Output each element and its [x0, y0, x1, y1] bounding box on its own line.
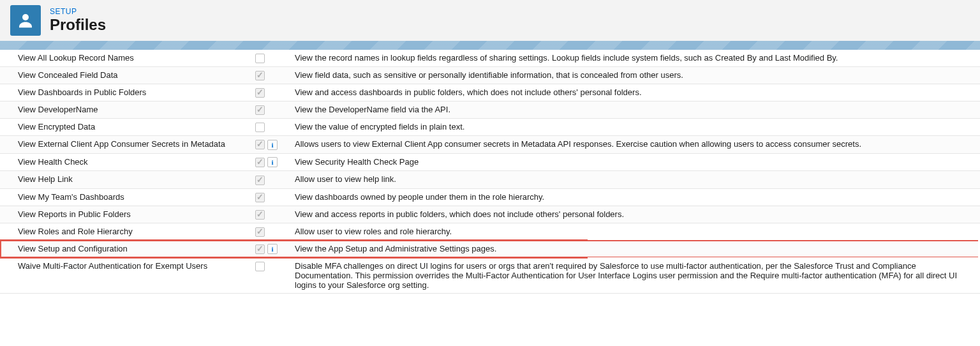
permission-checkbox-cell	[255, 102, 295, 119]
header-text: SETUP Profiles	[50, 7, 106, 34]
table-row: View DeveloperNameView the DeveloperName…	[0, 102, 980, 119]
permission-name: Waive Multi-Factor Authentication for Ex…	[0, 258, 255, 294]
permission-checkbox[interactable]	[255, 88, 265, 98]
permission-checkbox-cell	[255, 188, 295, 206]
permission-description: Allow user to view help link.	[295, 171, 980, 188]
table-row: Waive Multi-Factor Authentication for Ex…	[0, 258, 980, 294]
permission-name: View External Client App Consumer Secret…	[0, 136, 255, 154]
permission-description: View dashboards owned by people under th…	[295, 188, 980, 206]
permission-checkbox-cell	[255, 67, 295, 84]
permission-name: View Encrypted Data	[0, 119, 255, 136]
profiles-icon	[10, 5, 41, 36]
permission-checkbox[interactable]	[255, 210, 265, 220]
permission-name: View Help Link	[0, 171, 255, 188]
permission-description: View Security Health Check Page	[295, 153, 980, 171]
permission-checkbox[interactable]	[255, 123, 265, 132]
permission-checkbox-cell	[255, 84, 295, 102]
permission-name: View Concealed Field Data	[0, 67, 255, 84]
permission-description: View the value of encrypted fields in pl…	[295, 119, 980, 136]
permission-checkbox[interactable]	[255, 140, 265, 149]
page-header: SETUP Profiles	[0, 0, 980, 41]
permission-name: View Roles and Role Hierarchy	[0, 223, 255, 240]
info-icon[interactable]: i	[267, 157, 278, 167]
permission-name: View My Team's Dashboards	[0, 188, 255, 206]
info-icon[interactable]: i	[267, 140, 278, 150]
permission-description: Allow user to view roles and role hierar…	[295, 223, 980, 240]
permission-name: View Setup and Configuration	[0, 240, 255, 258]
permission-checkbox[interactable]	[255, 193, 265, 202]
permission-description: Disable MFA challenges on direct UI logi…	[295, 258, 980, 294]
svg-point-0	[22, 14, 29, 20]
permission-name: View Reports in Public Folders	[0, 206, 255, 223]
permission-name: View DeveloperName	[0, 102, 255, 119]
permission-description: View and access dashboards in public fol…	[295, 84, 980, 102]
info-icon[interactable]: i	[267, 244, 278, 254]
permission-checkbox[interactable]	[255, 262, 265, 271]
permission-checkbox[interactable]	[255, 71, 265, 80]
table-row: View Encrypted DataView the value of enc…	[0, 119, 980, 136]
table-row: View Health CheckiView Security Health C…	[0, 153, 980, 171]
permission-name: View Dashboards in Public Folders	[0, 84, 255, 102]
permission-checkbox[interactable]	[255, 105, 265, 115]
table-row: View External Client App Consumer Secret…	[0, 136, 980, 154]
permissions-table: View All Lookup Record NamesView the rec…	[0, 50, 980, 294]
permission-checkbox-cell: i	[255, 240, 295, 258]
page-title: Profiles	[50, 16, 106, 34]
permission-checkbox-cell	[255, 258, 295, 294]
table-row: View Dashboards in Public FoldersView an…	[0, 84, 980, 102]
table-row: View Concealed Field DataView field data…	[0, 67, 980, 84]
header-banner	[0, 41, 980, 50]
breadcrumb: SETUP	[50, 7, 106, 16]
permission-checkbox[interactable]	[255, 54, 265, 63]
permission-checkbox-cell	[255, 119, 295, 136]
permission-checkbox-cell	[255, 206, 295, 223]
table-row: View Setup and ConfigurationiView the Ap…	[0, 240, 980, 258]
permission-name: View Health Check	[0, 153, 255, 171]
highlight-mask	[588, 238, 980, 259]
permission-checkbox-cell: i	[255, 136, 295, 154]
permission-checkbox-cell	[255, 50, 295, 67]
table-row: View Reports in Public FoldersView and a…	[0, 206, 980, 223]
permission-description: View and access reports in public folder…	[295, 206, 980, 223]
table-row: View Help LinkAllow user to view help li…	[0, 171, 980, 188]
permission-checkbox[interactable]	[255, 227, 265, 237]
permission-checkbox-cell	[255, 223, 295, 240]
permission-description: Allows users to view External Client App…	[295, 136, 980, 154]
permission-checkbox[interactable]	[255, 158, 265, 167]
permission-checkbox-cell	[255, 171, 295, 188]
table-row: View Roles and Role HierarchyAllow user …	[0, 223, 980, 240]
table-row: View All Lookup Record NamesView the rec…	[0, 50, 980, 67]
permission-name: View All Lookup Record Names	[0, 50, 255, 67]
permission-description: View field data, such as sensitive or pe…	[295, 67, 980, 84]
permission-description: View the DeveloperName field via the API…	[295, 102, 980, 119]
permission-checkbox[interactable]	[255, 176, 265, 185]
permission-checkbox-cell: i	[255, 153, 295, 171]
permission-checkbox[interactable]	[255, 244, 265, 254]
permission-description: View the record names in lookup fields r…	[295, 50, 980, 67]
table-row: View My Team's DashboardsView dashboards…	[0, 188, 980, 206]
